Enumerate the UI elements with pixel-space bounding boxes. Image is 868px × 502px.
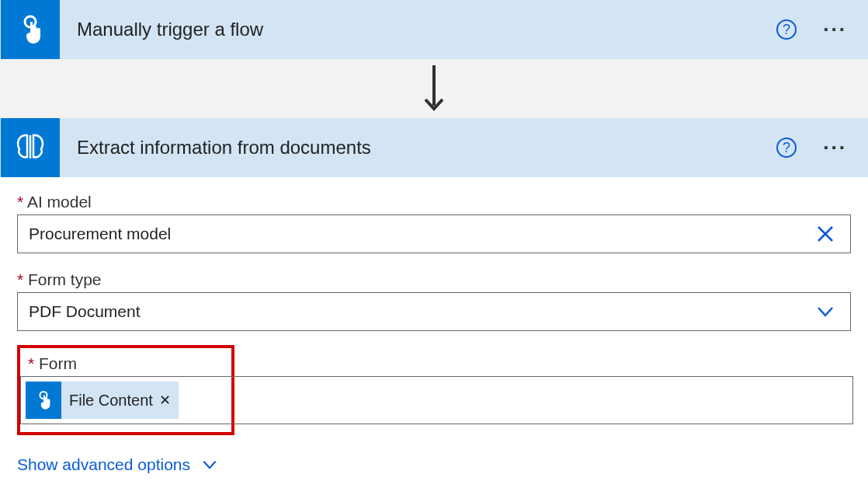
form-field: * Form File Content xyxy=(17,345,851,435)
form-label-text: Form xyxy=(39,354,77,372)
chevron-down-icon xyxy=(815,302,835,322)
form-type-field: * Form type PDF Document xyxy=(17,270,851,331)
help-icon: ? xyxy=(776,19,797,40)
token-label: File Content xyxy=(69,392,153,410)
form-type-dropdown-button[interactable] xyxy=(811,302,839,322)
ai-model-input[interactable]: Procurement model xyxy=(17,214,851,253)
chevron-down-icon xyxy=(201,456,218,473)
touch-hand-icon xyxy=(33,390,54,410)
form-type-label-text: Form type xyxy=(28,270,102,288)
form-input[interactable]: File Content ✕ xyxy=(20,376,853,424)
action-parameters-panel: * AI model Procurement model * Form type xyxy=(0,177,868,488)
ai-model-clear-button[interactable] xyxy=(811,224,839,244)
svg-text:?: ? xyxy=(783,22,790,37)
close-icon xyxy=(815,224,835,244)
ai-model-field: * AI model Procurement model xyxy=(17,193,851,253)
form-type-label: * Form type xyxy=(17,270,851,289)
advanced-options-label: Show advanced options xyxy=(17,455,190,474)
help-icon: ? xyxy=(776,137,797,159)
trigger-step-title: Manually trigger a flow xyxy=(60,19,775,40)
required-marker: * xyxy=(17,270,23,288)
flow-canvas: Manually trigger a flow ? ··· Extract in… xyxy=(0,0,868,488)
required-marker: * xyxy=(28,354,34,372)
touch-hand-icon xyxy=(15,14,46,45)
token-remove-button[interactable]: ✕ xyxy=(159,392,171,409)
ai-model-label-text: AI model xyxy=(27,193,92,211)
action-help-button[interactable]: ? xyxy=(775,136,798,159)
svg-text:?: ? xyxy=(783,140,790,155)
token-source-icon xyxy=(26,382,61,419)
arrow-down-icon xyxy=(422,64,446,113)
action-step-icon xyxy=(1,118,60,177)
ai-model-value: Procurement model xyxy=(29,225,171,243)
action-more-button[interactable]: ··· xyxy=(823,136,847,160)
trigger-step-icon xyxy=(1,0,60,59)
form-type-select[interactable]: PDF Document xyxy=(17,292,851,331)
flow-connector xyxy=(0,59,868,118)
action-step-header[interactable]: Extract information from documents ? ··· xyxy=(0,118,868,177)
trigger-step-header[interactable]: Manually trigger a flow ? ··· xyxy=(0,0,868,59)
file-content-token[interactable]: File Content ✕ xyxy=(26,382,179,419)
form-type-value: PDF Document xyxy=(29,302,141,321)
trigger-help-button[interactable]: ? xyxy=(775,18,798,41)
trigger-more-button[interactable]: ··· xyxy=(823,18,847,42)
form-field-highlight: * Form File Content xyxy=(17,345,234,435)
show-advanced-options-toggle[interactable]: Show advanced options xyxy=(17,455,851,474)
ai-model-label: * AI model xyxy=(17,193,851,211)
action-step-title: Extract information from documents xyxy=(60,137,775,159)
form-label: * Form xyxy=(28,354,224,373)
ai-brain-icon xyxy=(13,131,47,165)
required-marker: * xyxy=(17,193,23,211)
